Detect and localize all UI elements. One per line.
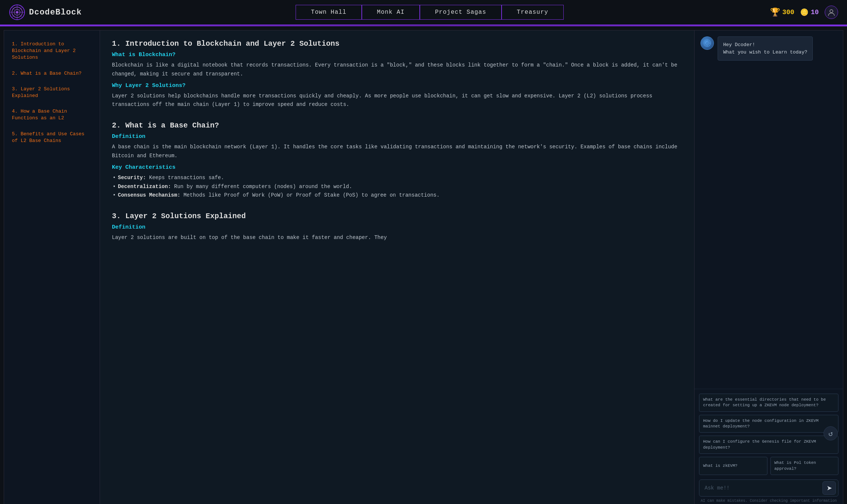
score-badge: 🏆 300 (770, 7, 794, 17)
section-1-para-2: Layer 2 solutions help blockchains handl… (112, 92, 682, 110)
section-2-sub-1: Definition (112, 133, 682, 140)
bullet-consensus: Consensus Mechanism: Methods like Proof … (112, 191, 682, 200)
points-badge: 🪙 10 (800, 8, 819, 16)
section-2: 2. What is a Base Chain? Definition A ba… (112, 121, 682, 200)
chat-panel: Hey Dcoder! What you wish to Learn today… (694, 30, 843, 504)
sidebar-item-3[interactable]: 3. Layer 2 Solutions Explained (4, 81, 100, 104)
section-1-para-1: Blockchain is like a digital notebook th… (112, 61, 682, 79)
section-2-sub-2: Key Characteristics (112, 164, 682, 171)
logo-icon (9, 4, 25, 20)
term-decentralization: Decentralization: (118, 184, 171, 190)
sidebar-item-1[interactable]: 1. Introduction to Blockchain and Layer … (4, 36, 100, 66)
quick-q-4[interactable]: What is zkEVM? (699, 457, 767, 475)
ai-avatar (701, 36, 714, 50)
chat-bottom: What are the essential directories that … (695, 389, 843, 504)
sidebar-item-5[interactable]: 5. Benefits and Use Cases of L2 Base Cha… (4, 126, 100, 149)
svg-point-11 (706, 42, 708, 44)
nav-tabs: Town Hall Monk AI Project Sagas Treasury (97, 5, 763, 20)
sidebar: 1. Introduction to Blockchain and Layer … (4, 30, 100, 504)
content-area: 1. Introduction to Blockchain and Layer … (100, 30, 694, 504)
bullet-decentralization: Decentralization: Run by many different … (112, 182, 682, 191)
bullet-security: Security: Keeps transactions safe. (112, 174, 682, 182)
section-2-para-1: A base chain is the main blockchain netw… (112, 143, 682, 161)
chat-input[interactable] (705, 485, 819, 491)
section-1-title: 1. Introduction to Blockchain and Layer … (112, 39, 682, 48)
tab-treasury[interactable]: Treasury (502, 5, 564, 20)
tab-town-hall[interactable]: Town Hall (296, 5, 361, 20)
main-container: 1. Introduction to Blockchain and Layer … (4, 30, 843, 504)
section-1: 1. Introduction to Blockchain and Layer … (112, 39, 682, 109)
logo-text: DcodeBlock (29, 8, 82, 17)
term-security: Security: (118, 175, 146, 181)
ai-message-text: Hey Dcoder! What you wish to Learn today… (718, 36, 813, 61)
section-3-para-1: Layer 2 solutions are built on top of th… (112, 233, 682, 242)
logo-area: DcodeBlock (9, 4, 82, 20)
section-1-sub-1: What is Blockchain? (112, 52, 682, 58)
chat-messages: Hey Dcoder! What you wish to Learn today… (695, 30, 843, 389)
tab-monk-ai[interactable]: Monk AI (362, 5, 420, 20)
sidebar-item-2[interactable]: 2. What is a Base Chain? (4, 66, 100, 81)
quick-questions: What are the essential directories that … (699, 394, 838, 475)
header: DcodeBlock Town Hall Monk AI Project Sag… (0, 0, 847, 25)
header-right: 🏆 300 🪙 10 (770, 6, 838, 19)
coin-icon: 🪙 (800, 8, 808, 16)
section-3: 3. Layer 2 Solutions Explained Definitio… (112, 212, 682, 242)
key-characteristics-list: Security: Keeps transactions safe. Decen… (112, 174, 682, 200)
term-consensus: Consensus Mechanism: (118, 192, 180, 198)
points-value: 10 (811, 9, 819, 16)
svg-point-8 (830, 10, 833, 13)
ai-disclaimer: AI can make mistakes. Consider checking … (699, 499, 838, 503)
trophy-icon: 🏆 (770, 7, 780, 17)
section-2-title: 2. What is a Base Chain? (112, 121, 682, 130)
score-value: 300 (782, 9, 794, 16)
section-3-title: 3. Layer 2 Solutions Explained (112, 212, 682, 220)
quick-q-2[interactable]: How do I update the node configuration i… (699, 415, 838, 433)
greeting-line2: What you wish to Learn today? (723, 49, 807, 55)
header-underline (0, 25, 847, 26)
quick-q-5[interactable]: What is Pol token approval? (770, 457, 839, 475)
quick-q-row-4: What is zkEVM? What is Pol token approva… (699, 457, 838, 475)
user-avatar[interactable] (825, 6, 838, 19)
svg-point-7 (16, 11, 18, 13)
send-button[interactable]: ➤ (822, 481, 836, 495)
tab-project-sagas[interactable]: Project Sagas (420, 5, 502, 20)
chat-input-row: ➤ (699, 479, 838, 497)
quick-q-1[interactable]: What are the essential directories that … (699, 394, 838, 412)
quick-q-3[interactable]: How can I configure the Genesis file for… (699, 436, 838, 454)
section-3-sub-1: Definition (112, 224, 682, 230)
ai-greeting-bubble: Hey Dcoder! What you wish to Learn today… (701, 36, 837, 61)
greeting-line1: Hey Dcoder! (723, 42, 755, 48)
sidebar-item-4[interactable]: 4. How a Base Chain Functions as an L2 (4, 104, 100, 126)
reset-chat-button[interactable]: ↺ (824, 426, 838, 440)
section-1-sub-2: Why Layer 2 Solutions? (112, 83, 682, 89)
